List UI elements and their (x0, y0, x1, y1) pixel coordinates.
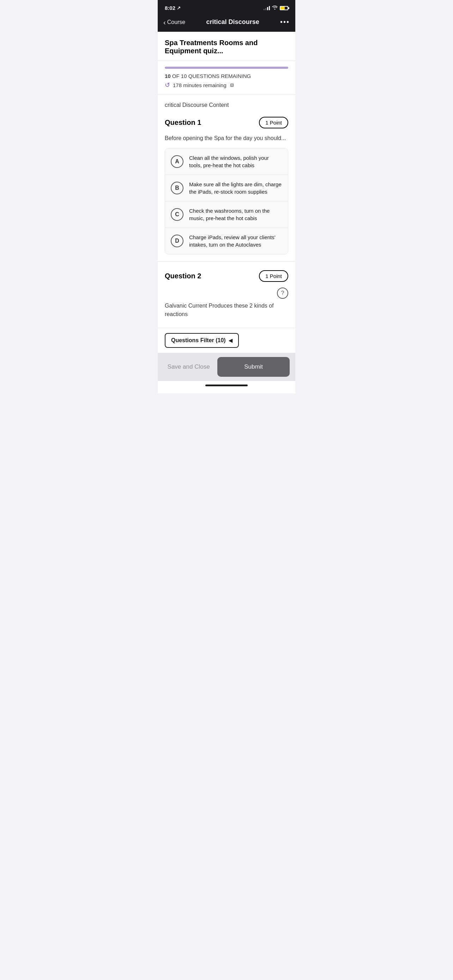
save-close-button[interactable]: Save and Close (163, 357, 214, 377)
answer-option-b[interactable]: B Make sure all the lights are dim, char… (165, 175, 288, 201)
timer-row: ↺ 178 minutes remaining ⦻ (165, 81, 288, 89)
quiz-content-area: critical Discourse Content Question 1 1 … (158, 95, 295, 255)
option-a-text: Clean all the windows, polish your tools… (189, 154, 282, 169)
back-chevron-icon: ‹ (163, 19, 166, 26)
bottom-action-bar: Save and Close Submit (158, 353, 295, 381)
filter-arrow-icon: ◀ (229, 337, 232, 343)
question2-text: Galvanic Current Produces these 2 kinds … (165, 302, 288, 318)
more-options-button[interactable]: ••• (280, 18, 290, 26)
option-a-circle: A (171, 155, 183, 168)
navigation-bar: ‹ Course critical Discourse ••• (158, 14, 295, 32)
home-indicator-bar (205, 385, 248, 386)
timer-icon: ↺ (165, 81, 170, 89)
eye-slash-icon[interactable]: ⦻ (229, 82, 235, 88)
help-button[interactable]: ? (277, 288, 288, 299)
question2-header: Question 2 1 Point (165, 265, 288, 288)
submit-button[interactable]: Submit (217, 357, 290, 377)
wifi-icon (272, 5, 278, 11)
back-label: Course (167, 19, 186, 25)
answer-option-a[interactable]: A Clean all the windows, polish your too… (165, 148, 288, 175)
status-time: 8:02 (165, 5, 175, 11)
question1-point-badge: 1 Point (259, 117, 288, 129)
option-c-text: Check the washrooms, turn on the music, … (189, 207, 282, 222)
questions-remaining-text: 10 OF 10 QUESTIONS REMAINING (165, 73, 288, 79)
question2-title: Question 2 (165, 272, 201, 280)
progress-section: 10 OF 10 QUESTIONS REMAINING ↺ 178 minut… (158, 61, 295, 95)
progress-bar-container (165, 67, 288, 69)
progress-bar-fill (165, 67, 288, 69)
status-indicators (264, 5, 288, 11)
home-indicator-area (158, 381, 295, 393)
filter-label: Questions Filter (10) (171, 337, 226, 344)
help-icon-row: ? (165, 288, 288, 299)
content-label: critical Discourse Content (165, 95, 288, 112)
nav-title: critical Discourse (207, 18, 259, 26)
questions-filter-button[interactable]: Questions Filter (10) ◀ (165, 333, 239, 348)
status-time-area: 8:02 ↗ (165, 5, 181, 11)
signal-strength-icon (264, 6, 270, 10)
location-icon: ↗ (177, 5, 181, 11)
question2-point-badge: 1 Point (259, 270, 288, 282)
answer-options-list: A Clean all the windows, polish your too… (165, 148, 288, 255)
option-c-circle: C (171, 208, 183, 221)
filter-bar: Questions Filter (10) ◀ (158, 328, 295, 353)
question-separator (158, 261, 295, 262)
question2-section: Question 2 1 Point ? Galvanic Current Pr… (158, 265, 295, 328)
main-content: Spa Treatments Rooms and Equipment quiz.… (158, 32, 295, 353)
option-b-text: Make sure all the lights are dim, charge… (189, 181, 282, 196)
time-remaining-text: 178 minutes remaining (173, 82, 227, 88)
question1-title: Question 1 (165, 119, 201, 127)
back-button[interactable]: ‹ Course (163, 19, 185, 26)
question1-text: Before opening the Spa for the day you s… (165, 134, 288, 143)
option-d-text: Charge iPads, review all your clients' i… (189, 234, 282, 248)
answer-option-d[interactable]: D Charge iPads, review all your clients'… (165, 228, 288, 254)
option-d-circle: D (171, 235, 183, 247)
quiz-title: Spa Treatments Rooms and Equipment quiz.… (158, 32, 295, 61)
battery-icon (280, 6, 288, 10)
status-bar: 8:02 ↗ (158, 0, 295, 14)
option-b-circle: B (171, 182, 183, 194)
question1-header: Question 1 1 Point (165, 112, 288, 134)
answer-option-c[interactable]: C Check the washrooms, turn on the music… (165, 201, 288, 228)
